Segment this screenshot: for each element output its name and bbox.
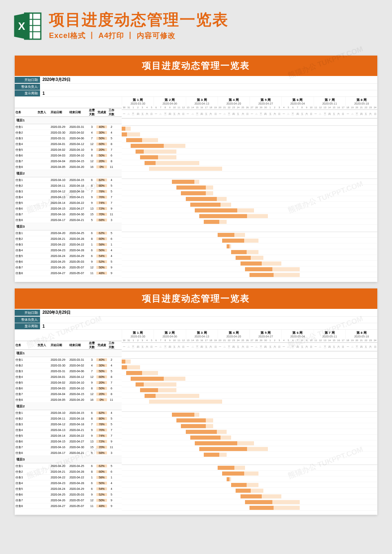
gantt-bar-fg — [222, 471, 244, 476]
gantt-bar-fg — [204, 220, 219, 224]
task-row: 任务62020-04-152020-04-271372%9 — [15, 206, 122, 212]
gantt-row — [122, 494, 377, 499]
gantt-row — [122, 208, 377, 213]
gantt-bar-fg — [122, 365, 127, 369]
gantt-row — [122, 488, 377, 494]
task-row: 任务22020-04-212020-04-28860%6 — [15, 236, 122, 242]
task-row: 任务82020-04-172020-04-21568%3 — [15, 450, 122, 456]
gantt-row — [122, 429, 377, 435]
gantt-bar-fg — [231, 250, 247, 254]
task-row: 任务12020-03-292020-03-31340%2 — [15, 357, 122, 363]
gantt-bar-fg — [122, 360, 125, 364]
gantt-bar-fg — [145, 161, 156, 165]
gantt-row — [122, 399, 377, 404]
gantt-row — [122, 266, 377, 272]
task-row: 任务42020-04-012020-04-121260%8 — [15, 374, 122, 380]
meta-cycle-value: 1 — [40, 90, 47, 96]
task-row: 任务32020-04-122020-04-18778%5 — [15, 422, 122, 427]
task-row: 任务42020-04-232020-04-28656%4 — [15, 248, 122, 253]
task-row: 任务52020-04-142020-04-22974%7 — [15, 200, 122, 206]
task-row: 任务72020-04-162020-04-301570%11 — [15, 445, 122, 450]
gantt-row — [122, 452, 377, 458]
meta-cycle-label: 显示周期: — [15, 323, 40, 329]
gantt-row — [122, 412, 377, 418]
task-row: 任务32020-03-312020-04-06750%5 — [15, 136, 122, 141]
task-row: 任务42020-04-132020-04-21976%7 — [15, 194, 122, 200]
task-row: 任务52020-04-142020-04-22974%7 — [15, 433, 122, 439]
group-header: 项目1 — [15, 350, 122, 357]
gantt-bar-bg — [149, 400, 222, 404]
task-row: 任务12020-03-292020-03-31340%2 — [15, 124, 122, 130]
gantt-bar-fg — [172, 413, 194, 417]
dayname-row: 一二三四五六日一二三四五六日一二三四五六日一二三四五六日一二三四五六日一二三四五… — [122, 110, 377, 118]
gantt-row — [122, 143, 377, 149]
task-row: 任务52020-04-022020-04-10920%7 — [15, 380, 122, 386]
page-subtitle: Excel格式 丨 A4打印 丨 内容可修改 — [49, 31, 229, 40]
meta-leader-value — [40, 86, 45, 88]
page-title: 项目进度动态管理一览表 — [49, 12, 229, 28]
task-row: 任务32020-04-222020-04-22158%1 — [15, 242, 122, 248]
gantt-row — [122, 132, 377, 137]
sheet-title: 项目进度动态管理一览表 — [15, 56, 377, 76]
task-row: 任务12020-04-102020-04-15682%4 — [15, 177, 122, 183]
gantt-bar-fg — [241, 494, 262, 498]
gantt-bar-fg — [222, 239, 244, 243]
gantt-row — [122, 137, 377, 143]
gantt-row — [122, 219, 377, 225]
gantt-bar-fg — [190, 436, 220, 440]
gantt-row — [122, 261, 377, 266]
gantt-bar-fg — [245, 500, 272, 504]
gantt-row — [122, 149, 377, 154]
gantt-row — [122, 255, 377, 261]
daynum-row: 3031123456789101112131415161718192021222… — [122, 339, 377, 342]
gantt-bar-fg — [241, 261, 262, 266]
gantt-bar-fg — [126, 138, 142, 142]
group-header: 项目1 — [15, 117, 122, 124]
task-row: 任务62020-04-032020-04-10850%6 — [15, 386, 122, 391]
task-row: 任务72020-04-042020-04-151220%8 — [15, 391, 122, 397]
task-row: 任务62020-04-032020-04-10850%6 — [15, 153, 122, 159]
gantt-row — [122, 179, 377, 185]
gantt-bar-fg — [249, 506, 274, 510]
task-row: 任务22020-04-112020-04-18880%5 — [15, 416, 122, 422]
meta-cycle-value: 1 — [40, 323, 47, 329]
gantt-bar-fg — [195, 208, 238, 212]
gantt-row — [122, 196, 377, 202]
gantt-row — [122, 185, 377, 190]
gantt-bar-fg — [236, 256, 250, 260]
task-row: 任务72020-04-162020-04-301570%11 — [15, 212, 122, 217]
task-row: 任务82020-04-052020-04-20160%11 — [15, 397, 122, 403]
dayname-row: 一二三四五六日一二三四五六日一二三四五六日一二三四五六日一二三四五六日一二三四五… — [122, 343, 377, 351]
task-row: 任务22020-04-212020-04-28860%6 — [15, 469, 122, 475]
gantt-bar-fg — [186, 430, 217, 434]
task-row: 任务72020-04-262020-05-071250%9 — [15, 498, 122, 503]
page-header: X 项目进度动态管理一览表 Excel格式 丨 A4打印 丨 内容可修改 — [0, 0, 392, 49]
gantt-bar-fg — [199, 447, 247, 451]
gantt-row — [122, 154, 377, 160]
task-row: 任务62020-04-252020-05-03952%5 — [15, 259, 122, 265]
gantt-row — [122, 505, 377, 511]
gantt-sheet: 项目进度动态管理一览表开始日期:2020年3月29日整体负责人:显示周期:1任务… — [15, 56, 377, 282]
task-row: 任务82020-04-272020-05-071148%9 — [15, 503, 122, 509]
excel-icon: X — [12, 11, 43, 42]
task-row: 任务72020-04-262020-05-071250%9 — [15, 265, 122, 270]
gantt-row — [122, 440, 377, 446]
gantt-bar-fg — [227, 477, 229, 481]
gantt-row — [122, 359, 377, 364]
week-header: 第 1 周2020-03-30第 2 周2020-04-06第 3 周2020-… — [122, 97, 377, 106]
gantt-row — [122, 423, 377, 429]
meta-cycle-label: 显示周期: — [15, 90, 40, 96]
meta-leader-label: 整体负责人: — [15, 317, 40, 323]
gantt-bar-fg — [181, 191, 206, 195]
gantt-bar-fg — [136, 382, 144, 386]
task-row: 任务52020-04-242020-04-29654%4 — [15, 253, 122, 259]
gantt-row — [122, 202, 377, 208]
gantt-bar-fg — [131, 144, 163, 148]
gantt-bar-fg — [176, 418, 206, 422]
gantt-bar-fg — [181, 424, 206, 428]
meta-start-value: 2020年3月29日 — [40, 76, 73, 83]
task-row: 任务52020-04-242020-04-29654%4 — [15, 486, 122, 492]
task-row: 任务42020-04-132020-04-21976%7 — [15, 427, 122, 433]
gantt-row — [122, 370, 377, 376]
gantt-sheet: 项目进度动态管理一览表开始日期:2020年3月29日整体负责人:显示周期:1任务… — [15, 288, 377, 515]
